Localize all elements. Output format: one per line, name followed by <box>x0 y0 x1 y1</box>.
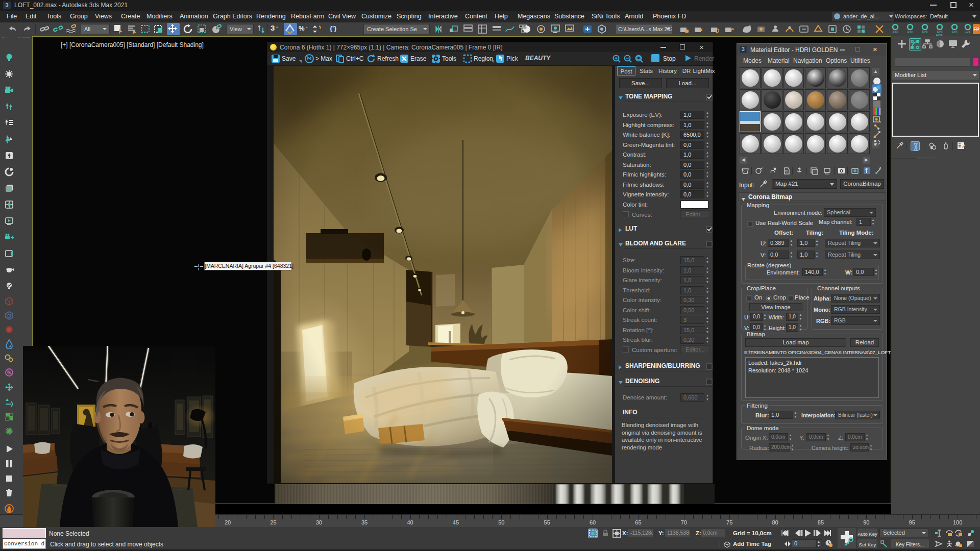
svg-text:O: O <box>840 168 843 173</box>
